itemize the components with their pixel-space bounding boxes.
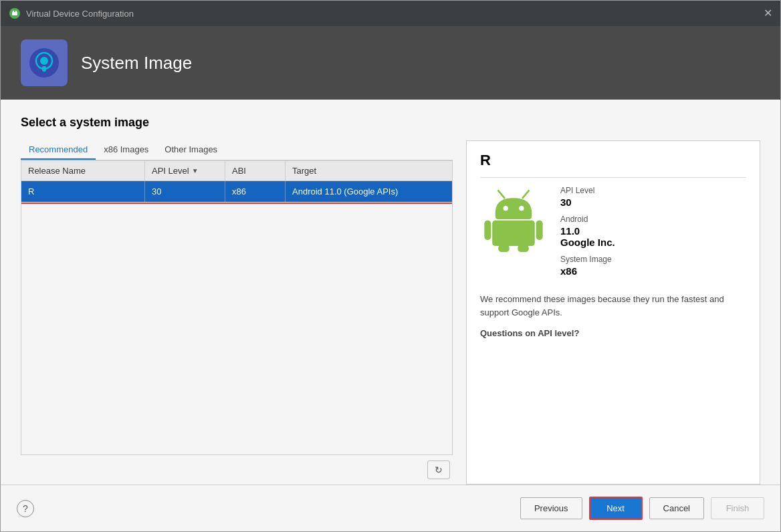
svg-rect-15 [498, 245, 509, 252]
bottom-bar: ? Previous Next Cancel Finish [1, 485, 780, 531]
next-button[interactable]: Next [589, 497, 643, 520]
content-area: Recommended x86 Images Other Images Rele… [21, 140, 760, 485]
title-bar-left: Virtual Device Configuration [9, 7, 134, 19]
recommend-text: We recommend these images because they r… [480, 293, 746, 319]
svg-point-11 [519, 206, 524, 211]
svg-point-3 [15, 11, 17, 12]
svg-line-8 [498, 190, 504, 198]
svg-point-6 [40, 57, 48, 65]
finish-button: Finish [711, 497, 764, 519]
svg-rect-7 [42, 66, 46, 72]
table-header: Release Name API Level ▼ ABI Target [21, 161, 452, 181]
header-section: System Image [1, 26, 780, 100]
android-studio-icon [27, 46, 61, 80]
bottom-left: ? [17, 500, 34, 517]
close-button[interactable]: ✕ [764, 8, 772, 19]
window: Virtual Device Configuration ✕ System Im… [0, 0, 781, 532]
svg-rect-16 [518, 245, 528, 252]
svg-rect-1 [12, 12, 17, 15]
api-level-label: API Level [560, 186, 746, 195]
table-footer: ↻ [21, 455, 453, 485]
cancel-button[interactable]: Cancel [649, 497, 704, 519]
android-value: 11.0 [560, 225, 746, 237]
tab-other[interactable]: Other Images [156, 140, 225, 160]
left-panel: Recommended x86 Images Other Images Rele… [21, 140, 453, 485]
api-level-value: 30 [560, 196, 746, 208]
sort-arrow-icon: ▼ [192, 167, 199, 174]
col-target: Target [286, 161, 452, 180]
info-block: API Level 30 Android 11.0 Google Inc. Sy… [560, 186, 746, 277]
header-logo [21, 39, 68, 86]
table-row[interactable]: R 30 x86 Android 11.0 (Google APIs) [21, 181, 452, 203]
system-image-label: System Image [560, 255, 746, 264]
header-title: System Image [81, 53, 192, 74]
title-bar: Virtual Device Configuration ✕ [1, 1, 780, 26]
android-label: Android [560, 215, 746, 224]
svg-line-9 [523, 190, 529, 198]
cell-target: Android 11.0 (Google APIs) [286, 181, 452, 202]
section-title: Select a system image [21, 116, 760, 130]
title-bar-text: Virtual Device Configuration [26, 9, 134, 19]
svg-point-2 [13, 11, 14, 12]
col-api-level[interactable]: API Level ▼ [145, 161, 225, 180]
tabs: Recommended x86 Images Other Images [21, 140, 453, 160]
svg-rect-12 [492, 221, 535, 246]
app-icon [9, 7, 21, 19]
image-table: Release Name API Level ▼ ABI Target [21, 160, 453, 455]
tab-x86[interactable]: x86 Images [96, 140, 156, 160]
side-panel-title: R [480, 152, 746, 178]
previous-button[interactable]: Previous [520, 497, 582, 519]
android-info-area: API Level 30 Android 11.0 Google Inc. Sy… [480, 186, 746, 277]
svg-rect-14 [536, 221, 543, 240]
cell-abi: x86 [225, 181, 286, 202]
help-button[interactable]: ? [17, 500, 34, 517]
svg-point-10 [504, 206, 508, 211]
vendor-value: Google Inc. [560, 237, 746, 248]
questions-label: Questions on API level? [480, 328, 746, 338]
svg-rect-13 [484, 221, 491, 240]
right-panel: R [466, 140, 760, 485]
bottom-right: Previous Next Cancel Finish [520, 497, 764, 520]
refresh-button[interactable]: ↻ [427, 460, 450, 479]
cell-api-level: 30 [145, 181, 225, 202]
main-content: Select a system image Recommended x86 Im… [1, 100, 780, 485]
system-image-value: x86 [560, 265, 746, 277]
tab-recommended[interactable]: Recommended [21, 140, 96, 160]
col-release-name: Release Name [21, 161, 145, 180]
android-robot-icon [480, 186, 547, 253]
col-abi: ABI [225, 161, 286, 180]
cell-release-name: R [21, 181, 145, 202]
table-body: R 30 x86 Android 11.0 (Google APIs) [21, 181, 452, 454]
